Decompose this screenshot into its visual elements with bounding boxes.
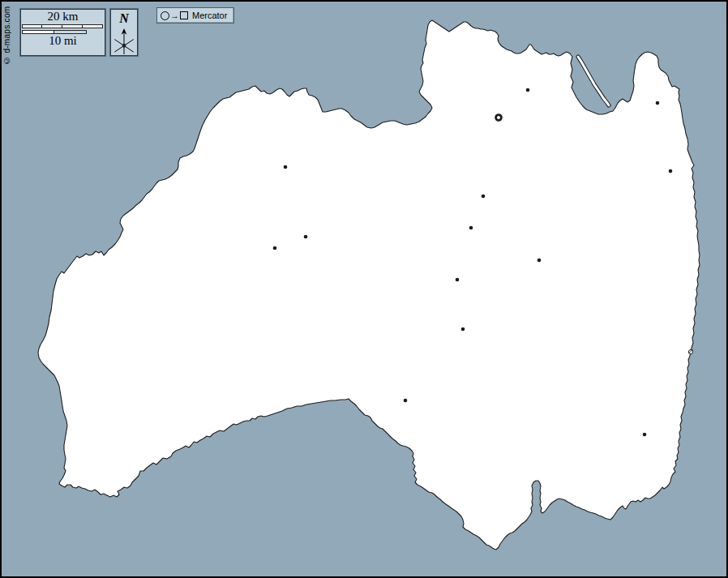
city-dot: [273, 246, 277, 250]
scale-km-label: 20 km: [20, 11, 105, 23]
scale-bar-panel: 20 km 10 mi: [19, 8, 106, 57]
city-dot: [304, 235, 308, 239]
scale-mi-label: 10 mi: [20, 35, 105, 47]
scale-bar-km: [22, 24, 105, 28]
flat-map-square-icon: [180, 11, 188, 19]
city-dot: [537, 259, 542, 263]
north-arrow-panel: N: [109, 8, 139, 57]
city-dot: [526, 88, 530, 92]
lagoon-spit: [578, 57, 609, 105]
city-dot: [456, 278, 460, 282]
copyright-notice: © d-maps.com: [2, 8, 11, 65]
city-dot: [404, 399, 408, 403]
capital-marker: [496, 115, 502, 121]
map-canvas: [2, 2, 726, 576]
map-page: 20 km 10 mi N → Mercator: [0, 0, 728, 578]
city-dot: [656, 101, 660, 105]
projection-panel: → Mercator: [156, 7, 234, 24]
globe-circle-icon: [161, 11, 169, 20]
city-dot: [669, 169, 673, 173]
city-dot: [284, 165, 288, 169]
scale-segment: [22, 24, 42, 28]
scale-segment: [83, 24, 103, 28]
city-dot: [469, 226, 473, 230]
scale-segment: [62, 24, 83, 28]
projection-arrow-icon: →: [170, 11, 179, 20]
fukushima-outline: [38, 20, 700, 550]
north-label: N: [119, 11, 129, 26]
compass-rose-icon: [112, 26, 136, 56]
city-dot: [461, 328, 465, 332]
scale-segment: [42, 24, 62, 28]
city-dot: [643, 433, 647, 437]
city-dot: [482, 195, 486, 199]
projection-label: Mercator: [192, 11, 227, 20]
